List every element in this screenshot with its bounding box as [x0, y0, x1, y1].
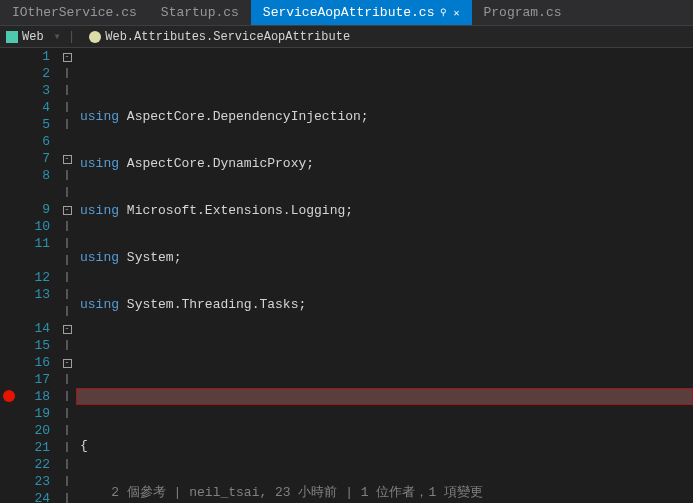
- project-dropdown[interactable]: Web: [6, 30, 44, 44]
- close-icon[interactable]: ✕: [453, 7, 459, 19]
- breadcrumb-separator: ▾ |: [48, 29, 82, 44]
- attribute-class-icon: [89, 31, 101, 43]
- code-editor[interactable]: 1234 5678 91011 1213 14151617 18192021 2…: [0, 48, 693, 503]
- line-number-gutter: 1234 5678 91011 1213 14151617 18192021 2…: [18, 48, 58, 503]
- fold-toggle-icon[interactable]: -: [63, 359, 72, 368]
- fold-gutter[interactable]: - |||| - || - |||| || - | - |||| |||| ||…: [58, 48, 76, 503]
- codelens-class[interactable]: 2 個參考 | neil_tsai, 23 小時前 | 1 位作者，1 項變更: [80, 484, 693, 501]
- editor-tabs: IOtherService.cs Startup.cs ServiceAopAt…: [0, 0, 693, 26]
- code-content[interactable]: using AspectCore.DependencyInjection; us…: [76, 48, 693, 503]
- current-execution-line: [76, 388, 693, 405]
- breadcrumb: Web ▾ | Web.Attributes.ServiceAopAttribu…: [0, 26, 693, 48]
- pin-icon[interactable]: ⚲: [440, 7, 447, 18]
- fold-toggle-icon[interactable]: -: [63, 325, 72, 334]
- csharp-project-icon: [6, 31, 18, 43]
- fold-toggle-icon[interactable]: -: [63, 155, 72, 164]
- breakpoint-icon[interactable]: [3, 390, 15, 402]
- fold-toggle-icon[interactable]: -: [63, 53, 72, 62]
- tab-startup[interactable]: Startup.cs: [149, 0, 251, 25]
- tab-iotherservice[interactable]: IOtherService.cs: [0, 0, 149, 25]
- type-dropdown[interactable]: Web.Attributes.ServiceAopAttribute: [89, 30, 350, 44]
- tab-program[interactable]: Program.cs: [472, 0, 574, 25]
- breakpoint-gutter[interactable]: [0, 48, 18, 503]
- tab-serviceaopattribute[interactable]: ServiceAopAttribute.cs ⚲ ✕: [251, 0, 472, 25]
- fold-toggle-icon[interactable]: -: [63, 206, 72, 215]
